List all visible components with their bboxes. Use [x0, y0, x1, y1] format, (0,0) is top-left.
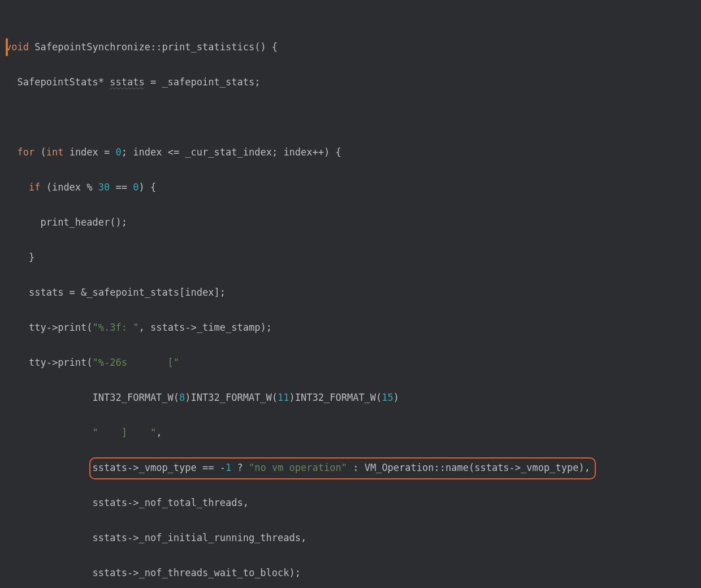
code-line: sstats->_nof_threads_wait_to_block);: [6, 564, 701, 582]
code-line: sstats->_vmop_type == -1 ? "no vm operat…: [6, 459, 701, 477]
gutter-marker: [6, 38, 8, 56]
code-line: SafepointStats* sstats = _safepoint_stat…: [6, 74, 701, 91]
code-line: sstats->_nof_initial_running_threads,: [6, 529, 701, 547]
code-line: INT32_FORMAT_W(8)INT32_FORMAT_W(11)INT32…: [6, 389, 701, 407]
code-line: tty->print("%-26s [": [6, 354, 701, 371]
code-line: " ] ",: [6, 424, 701, 442]
code-line: void SafepointSynchronize::print_statist…: [6, 38, 701, 56]
code-line: if (index % 30 == 0) {: [6, 179, 701, 196]
code-line: tty->print("%.3f: ", sstats->_time_stamp…: [6, 319, 701, 336]
code-line: }: [6, 249, 701, 266]
code-line: sstats->_nof_total_threads,: [6, 494, 701, 512]
code-line: [6, 109, 701, 126]
keyword-void: void: [6, 41, 29, 53]
code-line: print_header();: [6, 214, 701, 231]
code-line: sstats = &_safepoint_stats[index];: [6, 284, 701, 301]
code-line: for (int index = 0; index <= _cur_stat_i…: [6, 144, 701, 161]
code-editor[interactable]: void SafepointSynchronize::print_statist…: [0, 0, 701, 588]
